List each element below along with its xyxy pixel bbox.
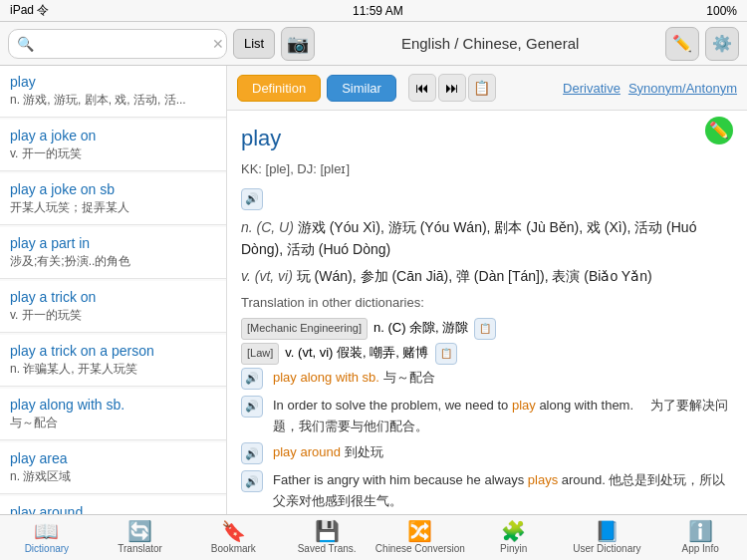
example-sound-4[interactable]: 🔊 xyxy=(241,470,263,492)
status-carrier: iPad 令 xyxy=(10,2,49,19)
tab-dictionary[interactable]: 📖Dictionary xyxy=(0,515,94,560)
right-panel: Definition Similar ⏮ ⏭ 📋 Derivative Syno… xyxy=(227,66,747,514)
list-item-meaning: n. 诈骗某人, 开某人玩笑 xyxy=(10,361,216,378)
list-item[interactable]: play a trick onv. 开一的玩笑 xyxy=(0,281,226,333)
trans-text-1: n. (C) 余隙, 游隙 xyxy=(374,318,468,339)
example-2: 🔊 In order to solve the problem, we need… xyxy=(241,396,733,437)
example-4: 🔊 Father is angry with him because he al… xyxy=(241,470,733,512)
status-battery: 100% xyxy=(706,4,737,18)
list-item[interactable]: play arean. 游戏区域 xyxy=(0,442,226,494)
main-content: playn. 游戏, 游玩, 剧本, 戏, 活动, 活...play a jok… xyxy=(0,66,747,514)
tab-label: Pinyin xyxy=(500,543,527,554)
tab-icon: 🔀 xyxy=(407,521,432,541)
edit-button[interactable]: ✏️ xyxy=(705,117,733,144)
list-item[interactable]: play around到处玩 xyxy=(0,496,226,514)
pronunciation: KK: [ple], DJ: [pleɪ] xyxy=(241,159,350,180)
trans-copy-1[interactable]: 📋 xyxy=(474,318,496,340)
list-item[interactable]: play along with sb.与～配合 xyxy=(0,389,226,440)
derivative-link[interactable]: Derivative xyxy=(563,81,621,96)
list-item-meaning: 开某人玩笑；捉弄某人 xyxy=(10,199,216,216)
tab-similar[interactable]: Similar xyxy=(327,75,396,102)
def-text-1: 游戏 (Yóu Xì), 游玩 (Yóu Wán), 剧本 (Jù Běn), … xyxy=(241,219,696,257)
list-item-word: play a trick on xyxy=(10,289,216,305)
nav-copy[interactable]: 📋 xyxy=(468,74,496,102)
list-button[interactable]: List xyxy=(233,29,275,59)
tab-saved-trans-[interactable]: 💾Saved Trans. xyxy=(280,515,374,560)
list-item-word: play xyxy=(10,74,216,90)
list-item[interactable]: play a joke onv. 开一的玩笑 xyxy=(0,120,226,171)
trans-copy-2[interactable]: 📋 xyxy=(435,343,457,365)
example-sound-1[interactable]: 🔊 xyxy=(241,368,263,390)
definition-toolbar: Definition Similar ⏮ ⏭ 📋 Derivative Syno… xyxy=(227,66,747,111)
list-item-meaning: n. 游戏区域 xyxy=(10,468,216,485)
example-play-word-3: play around xyxy=(273,444,341,459)
status-time: 11:59 AM xyxy=(353,4,403,18)
status-right: 100% xyxy=(706,4,737,18)
list-item-word: play along with sb. xyxy=(10,397,216,413)
def-text-2: 玩 (Wán), 参加 (Cān Jiā), 弹 (Dàn [Tán]), 表演… xyxy=(297,268,652,284)
list-item[interactable]: play a joke on sb开某人玩笑；捉弄某人 xyxy=(0,173,226,225)
example-play-word-1: play along with sb. xyxy=(273,370,379,385)
toolbar: 🔍 play ✕ List 📷 English / Chinese, Gener… xyxy=(0,22,747,66)
list-item-meaning: 与～配合 xyxy=(10,415,216,431)
definition-links: Derivative Synonym/Antonym xyxy=(563,81,737,96)
def-line-2: v. (vt, vi) 玩 (Wán), 参加 (Cān Jiā), 弹 (Dà… xyxy=(241,265,733,287)
search-input[interactable]: play xyxy=(38,36,212,52)
trans-entry-2: [Law] v. (vt, vi) 假装, 嘲弄, 赌博 📋 xyxy=(241,343,733,365)
trans-section-title: Translation in other dictionaries: xyxy=(241,293,733,314)
definition-content: play KK: [ple], DJ: [pleɪ] 🔊 ✏️ n. (C, U… xyxy=(227,111,747,514)
camera-button[interactable]: 📷 xyxy=(281,27,315,61)
example-3: 🔊 play around 到处玩 xyxy=(241,442,733,464)
clear-icon[interactable]: ✕ xyxy=(212,36,224,52)
tab-bar: 📖Dictionary🔄Translator🔖Bookmark💾Saved Tr… xyxy=(0,514,747,560)
search-bar[interactable]: 🔍 play ✕ xyxy=(8,29,227,59)
example-sound-2[interactable]: 🔊 xyxy=(241,396,263,418)
tab-chinese-conversion[interactable]: 🔀Chinese Conversion xyxy=(374,515,467,560)
tab-icon: 💾 xyxy=(315,521,340,541)
trans-entry-1: [Mechanic Engineering] n. (C) 余隙, 游隙 📋 xyxy=(241,318,733,340)
tab-app-info[interactable]: ℹ️App Info xyxy=(653,515,747,560)
tab-bookmark[interactable]: 🔖Bookmark xyxy=(187,515,281,560)
nav-buttons: ⏮ ⏭ 📋 xyxy=(408,74,496,102)
tab-user-dictionary[interactable]: 📘User Dictionary xyxy=(561,515,654,560)
tab-label: Bookmark xyxy=(211,543,256,554)
example-1: 🔊 play along with sb. 与～配合 xyxy=(241,368,733,390)
tab-icon: ℹ️ xyxy=(688,521,713,541)
play-highlight-4: plays xyxy=(528,472,558,487)
tab-label: Saved Trans. xyxy=(298,543,357,554)
example-trans-3: 到处玩 xyxy=(345,444,383,459)
tab-label: Chinese Conversion xyxy=(375,543,465,554)
synonym-link[interactable]: Synonym/Antonym xyxy=(628,81,737,96)
list-item-word: play a part in xyxy=(10,235,216,251)
tab-definition[interactable]: Definition xyxy=(237,75,321,102)
def-line-1: n. (C, U) 游戏 (Yóu Xì), 游玩 (Yóu Wán), 剧本 … xyxy=(241,216,733,261)
example-sound-3[interactable]: 🔊 xyxy=(241,442,263,464)
nav-prev[interactable]: ⏭ xyxy=(438,74,466,102)
tab-translator[interactable]: 🔄Translator xyxy=(94,515,187,560)
headword: play xyxy=(241,121,350,155)
nav-prev-prev[interactable]: ⏮ xyxy=(408,74,436,102)
list-item[interactable]: playn. 游戏, 游玩, 剧本, 戏, 活动, 活... xyxy=(0,66,226,118)
example-text-1: play along with sb. 与～配合 xyxy=(273,368,733,389)
list-item[interactable]: play a trick on a personn. 诈骗某人, 开某人玩笑 xyxy=(0,335,226,387)
list-item-meaning: n. 游戏, 游玩, 剧本, 戏, 活动, 活... xyxy=(10,92,216,109)
example-text-4: Father is angry with him because he alwa… xyxy=(273,470,733,512)
tab-label: User Dictionary xyxy=(573,543,640,554)
list-item-meaning: 涉及;有关;扮演..的角色 xyxy=(10,253,216,270)
pencil-button[interactable]: ✏️ xyxy=(665,27,699,61)
trans-tag-2: [Law] xyxy=(241,343,279,365)
def-pos-2: v. (vt, vi) xyxy=(241,268,293,284)
list-item[interactable]: play a part in涉及;有关;扮演..的角色 xyxy=(0,227,226,279)
play-highlight-1: play xyxy=(512,398,536,413)
list-item-meaning: v. 开一的玩笑 xyxy=(10,145,216,162)
list-item-meaning: v. 开一的玩笑 xyxy=(10,307,216,324)
settings-button[interactable]: ⚙️ xyxy=(705,27,739,61)
list-item-word: play area xyxy=(10,450,216,466)
status-left: iPad 令 xyxy=(10,2,49,19)
list-item-word: play a joke on xyxy=(10,128,216,143)
tab-icon: 📘 xyxy=(595,521,620,541)
tab-pinyin[interactable]: 🧩Pinyin xyxy=(467,515,561,560)
sound-button-1[interactable]: 🔊 xyxy=(241,188,263,210)
tab-label: Dictionary xyxy=(25,543,69,554)
example-text-3: play around 到处玩 xyxy=(273,442,733,463)
